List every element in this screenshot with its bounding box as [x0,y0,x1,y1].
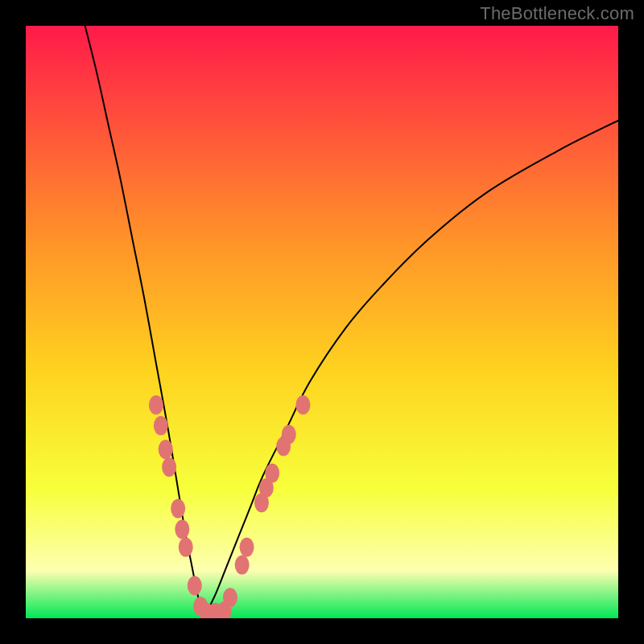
data-marker [235,555,250,575]
data-marker [159,440,173,459]
data-marker [240,538,254,557]
data-marker [179,538,193,557]
chart-svg [26,26,618,618]
gradient-background [26,26,618,618]
data-marker [282,425,296,444]
data-marker [149,395,163,415]
data-marker [171,499,185,518]
watermark-text: TheBottleneck.com [480,3,634,24]
data-marker [188,576,202,596]
data-marker [295,395,310,415]
data-marker [154,416,168,436]
data-marker [223,588,237,607]
outer-frame: TheBottleneck.com [0,0,644,644]
data-marker [162,457,176,477]
data-marker [265,464,279,483]
data-marker [175,520,189,539]
plot-area [26,26,618,618]
